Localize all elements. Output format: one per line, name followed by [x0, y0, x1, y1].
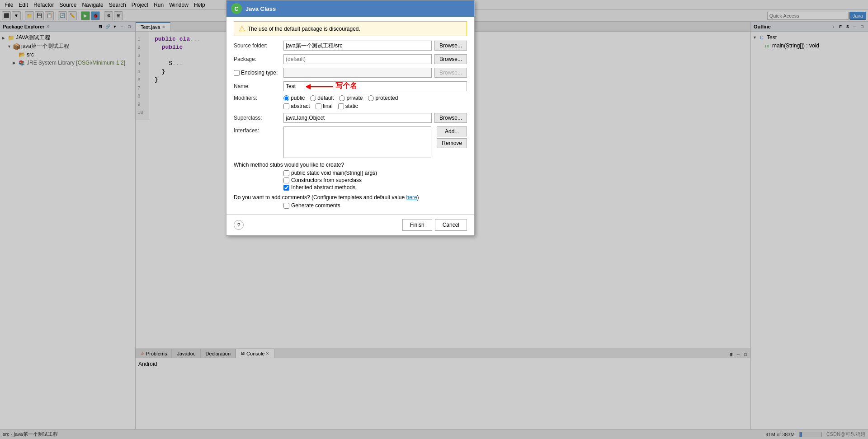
- method-stub-constructor-label: Constructors from superclass: [291, 177, 362, 183]
- dialog-icon: C: [231, 3, 242, 14]
- package-label: Package:: [234, 56, 283, 62]
- modifier-protected-text: protected: [375, 95, 398, 101]
- enclosing-checkbox[interactable]: [234, 70, 240, 76]
- comments-question-row: Do you want to add comments? (Configure …: [234, 194, 467, 201]
- package-browse-btn[interactable]: Browse...: [434, 54, 467, 64]
- final-checkbox[interactable]: [316, 103, 321, 109]
- enclosing-check-container: Enclosing type:: [234, 70, 283, 76]
- generate-comments-label: Generate comments: [291, 202, 340, 209]
- method-stub-inherited-row: Inherited abstract methods: [283, 184, 467, 191]
- interfaces-remove-btn[interactable]: Remove: [437, 138, 467, 148]
- abstract-label[interactable]: abstract: [283, 103, 310, 109]
- modifier-default-label[interactable]: default: [310, 95, 334, 101]
- interfaces-label: Interfaces:: [234, 126, 283, 134]
- enclosing-type-input[interactable]: [283, 68, 432, 78]
- method-stubs-section: Which method stubs would you like to cre…: [234, 162, 467, 191]
- method-stub-constructor-row: Constructors from superclass: [283, 177, 467, 183]
- modifier-default-text: default: [317, 95, 334, 101]
- static-label[interactable]: static: [338, 103, 358, 109]
- modifier-public-text: public: [291, 95, 305, 101]
- modifiers-label: Modifiers:: [234, 95, 283, 101]
- modifier-default-radio[interactable]: [310, 95, 316, 101]
- abstract-text: abstract: [291, 103, 310, 109]
- modifier-private-label[interactable]: private: [339, 95, 363, 101]
- dialog-footer: ? Finish Cancel: [226, 214, 474, 235]
- warning-icon: ⚠: [239, 24, 245, 33]
- source-folder-label: Source folder:: [234, 42, 283, 49]
- modifier-checks-row: abstract final static: [283, 103, 467, 109]
- method-stub-inherited-checkbox[interactable]: [283, 185, 289, 191]
- modifier-protected-label[interactable]: protected: [368, 95, 398, 101]
- interfaces-add-btn[interactable]: Add...: [437, 126, 467, 136]
- package-input[interactable]: [283, 54, 432, 64]
- modifier-public-radio[interactable]: [283, 95, 289, 101]
- package-row: Package: Browse...: [234, 54, 467, 64]
- enclosing-type-label[interactable]: Enclosing type:: [241, 70, 278, 76]
- interfaces-row: Interfaces: Add... Remove: [234, 126, 467, 158]
- dialog-titlebar: C Java Class: [226, 0, 474, 17]
- cancel-button[interactable]: Cancel: [435, 219, 467, 231]
- modifiers-row: Modifiers: public default private: [234, 95, 467, 101]
- warning-banner: ⚠ The use of the default package is disc…: [234, 21, 467, 36]
- source-folder-row: Source folder: Browse...: [234, 41, 467, 51]
- footer-buttons: Finish Cancel: [402, 219, 467, 231]
- modifier-private-radio[interactable]: [339, 95, 345, 101]
- dialog-overlay: C Java Class ⚠ The use of the default pa…: [0, 0, 868, 439]
- name-label: Name:: [234, 83, 283, 89]
- comments-link[interactable]: here: [406, 194, 417, 201]
- method-stub-constructor-checkbox[interactable]: [283, 177, 289, 183]
- abstract-checkbox[interactable]: [283, 103, 289, 109]
- finish-button[interactable]: Finish: [402, 219, 432, 231]
- static-checkbox[interactable]: [338, 103, 344, 109]
- help-button[interactable]: ?: [234, 220, 244, 230]
- method-stubs-label: Which method stubs would you like to cre…: [234, 162, 344, 168]
- enclosing-browse-btn: Browse...: [434, 68, 467, 78]
- method-stub-main-label: public static void main(String[] args): [291, 170, 377, 176]
- superclass-browse-btn[interactable]: Browse...: [434, 113, 467, 123]
- dialog-title: Java Class: [245, 5, 276, 12]
- source-folder-browse-btn[interactable]: Browse...: [434, 41, 467, 51]
- interfaces-input[interactable]: [283, 126, 431, 158]
- static-text: static: [345, 103, 358, 109]
- final-text: final: [323, 103, 333, 109]
- warning-text: The use of the default package is discou…: [248, 26, 360, 32]
- comments-link-suffix: ): [417, 194, 419, 201]
- dialog-body: ⚠ The use of the default package is disc…: [226, 17, 474, 214]
- name-row: Name: 写个名: [234, 81, 467, 91]
- final-label[interactable]: final: [316, 103, 333, 109]
- generate-comments-checkbox[interactable]: [283, 203, 289, 209]
- source-folder-input[interactable]: [283, 41, 432, 51]
- comments-question-text: Do you want to add comments? (Configure …: [234, 194, 406, 201]
- svg-text:C: C: [235, 6, 239, 12]
- enclosing-type-row: Enclosing type: Browse...: [234, 68, 467, 78]
- interfaces-buttons: Add... Remove: [434, 126, 467, 148]
- modifier-public-label[interactable]: public: [283, 95, 305, 101]
- modifiers-options: public default private protected: [283, 95, 398, 101]
- name-input[interactable]: [283, 81, 467, 91]
- superclass-input[interactable]: [283, 113, 432, 123]
- superclass-label: Superclass:: [234, 115, 283, 121]
- modifier-private-text: private: [346, 95, 363, 101]
- java-class-dialog: C Java Class ⚠ The use of the default pa…: [226, 0, 475, 236]
- superclass-row: Superclass: Browse...: [234, 113, 467, 123]
- generate-comments-row: Generate comments: [283, 202, 467, 209]
- modifier-protected-radio[interactable]: [368, 95, 374, 101]
- method-stub-main-row: public static void main(String[] args): [283, 170, 467, 176]
- method-stub-inherited-label: Inherited abstract methods: [291, 184, 355, 191]
- method-stub-main-checkbox[interactable]: [283, 170, 289, 176]
- method-stubs-label-row: Which method stubs would you like to cre…: [234, 162, 467, 168]
